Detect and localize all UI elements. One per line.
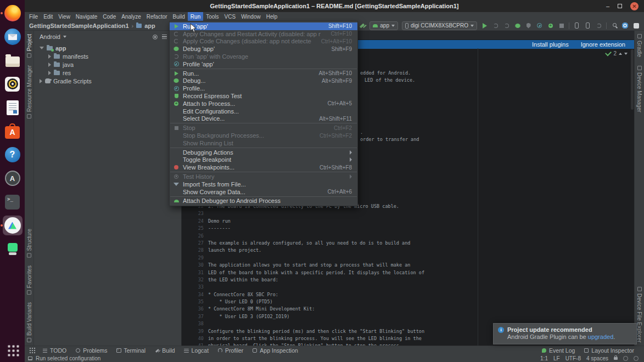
tool-strip-resource-manager[interactable]: Resource Manager	[26, 65, 32, 118]
menu-item-import-tests-from-file[interactable]: Import Tests from File...	[170, 180, 357, 188]
menu-run[interactable]: Run	[188, 12, 203, 21]
tool-window-button-profiler[interactable]: Profiler	[213, 346, 248, 355]
dock-item-files[interactable]	[3, 50, 23, 70]
line-separator[interactable]: LF	[553, 355, 560, 361]
gradle-sync-notification-icon[interactable]	[621, 22, 629, 29]
menu-item-run-app[interactable]: Run 'app'Shift+F10	[170, 22, 357, 30]
dock-item-android-studio[interactable]	[3, 216, 23, 235]
dock-item-show-applications[interactable]	[3, 340, 23, 360]
tree-item-java[interactable]: java	[34, 60, 181, 69]
target-device-dropdown[interactable]: digi CCIMX8XSBCPRO	[402, 21, 477, 30]
chevron-right-icon[interactable]	[48, 63, 51, 67]
menu-item-select-device[interactable]: Select Device...Alt+Shift+F11	[170, 115, 357, 123]
menu-item-test-history[interactable]: Test History	[170, 173, 357, 180]
chevron-right-icon[interactable]	[48, 54, 51, 59]
select-opened-file-icon[interactable]	[152, 33, 158, 40]
dock-item-a-logo[interactable]	[3, 168, 23, 188]
stop-icon[interactable]	[558, 22, 565, 29]
menu-item-toggle-breakpoint[interactable]: Toggle Breakpoint	[170, 156, 357, 164]
menu-file[interactable]: File	[26, 12, 41, 21]
run-config-dropdown[interactable]: app	[369, 21, 398, 30]
tool-strip-project[interactable]: Project	[26, 34, 32, 58]
tool-window-button-app-inspection[interactable]: App Inspection	[248, 346, 302, 355]
menu-item-run[interactable]: Run...Alt+Shift+F10	[170, 70, 357, 77]
menu-build[interactable]: Build	[170, 12, 188, 21]
dock-item-android-emulator[interactable]	[3, 239, 23, 259]
tree-item-gradle-scripts[interactable]: Gradle Scripts	[34, 77, 181, 85]
tool-strip-gradle[interactable]: Gradle	[636, 34, 642, 57]
debug-icon[interactable]	[514, 22, 521, 29]
search-everywhere-icon[interactable]	[611, 22, 618, 29]
menu-item-attach-debugger-to-android-process[interactable]: Attach Debugger to Android Process	[170, 197, 357, 205]
breadcrumb-module[interactable]: app	[144, 22, 155, 29]
minimize-button[interactable]: –	[606, 3, 609, 9]
caret-position[interactable]: 1:1	[540, 355, 548, 361]
menu-item-apply-changes-and-restart-activity-disabled-app-not-detected[interactable]: Apply Changes and Restart Activity (disa…	[170, 30, 357, 38]
collapse-all-icon[interactable]	[161, 33, 167, 40]
feedback-smiley-icon[interactable]	[623, 356, 628, 361]
tool-strip-build-variants[interactable]: Build Variants	[26, 302, 32, 342]
close-button[interactable]: ✕	[630, 2, 639, 10]
file-encoding[interactable]: UTF-8	[565, 355, 581, 361]
dock-item-ubuntu-software[interactable]	[3, 121, 23, 141]
dock-item-thunderbird[interactable]	[3, 27, 23, 47]
dock-item-terminal[interactable]	[3, 192, 23, 212]
dock-item-media-player[interactable]	[3, 74, 23, 94]
tool-window-switcher-icon[interactable]	[29, 347, 36, 354]
menu-item-debugging-actions[interactable]: Debugging Actions	[170, 149, 357, 156]
menu-item-show-coverage-data[interactable]: Show Coverage Data...Ctrl+Alt+6	[170, 188, 357, 196]
feedback-smiley-icon[interactable]	[634, 356, 639, 361]
tool-window-button-todo[interactable]: TODO	[38, 346, 71, 355]
tree-item-res[interactable]: res	[34, 69, 181, 77]
editor-scrollbar[interactable]	[631, 49, 634, 110]
maximize-button[interactable]	[618, 4, 622, 8]
apply-code-changes-icon[interactable]	[503, 22, 510, 29]
tool-window-button-build[interactable]: Build	[150, 346, 179, 355]
inspection-widget[interactable]: 2	[606, 50, 628, 56]
upgrade-link[interactable]: upgraded	[588, 333, 614, 340]
menu-item-attach-to-process[interactable]: Attach to Process...Ctrl+Alt+5	[170, 100, 357, 108]
dock-item-libreoffice-writer[interactable]	[3, 98, 23, 117]
menu-edit[interactable]: Edit	[41, 12, 55, 21]
install-plugins-link[interactable]: Install plugins	[532, 41, 569, 48]
menu-item-profile[interactable]: Profile...	[170, 84, 357, 92]
apply-changes-icon[interactable]	[492, 22, 499, 29]
profile-icon[interactable]	[536, 22, 543, 29]
dock-item-help[interactable]	[3, 145, 23, 165]
tree-item-app[interactable]: app	[34, 44, 181, 52]
tool-window-button-event-log[interactable]: Event Log	[537, 347, 579, 354]
build-hammer-icon[interactable]	[359, 22, 366, 29]
menu-help[interactable]: Help	[264, 12, 281, 21]
readonly-lock-icon[interactable]	[614, 357, 618, 360]
menu-navigate[interactable]: Navigate	[73, 12, 100, 21]
tool-strip-device-manager[interactable]: Device Manager	[636, 66, 642, 112]
prev-issue-icon[interactable]	[619, 53, 622, 55]
dock-item-firefox[interactable]	[3, 3, 23, 23]
attach-debugger-icon[interactable]	[547, 22, 554, 29]
breadcrumb-project[interactable]: GettingStartedSampleApplication1	[29, 22, 129, 29]
menu-item-apply-code-changes-disabled-app-not-detected[interactable]: Apply Code Changes (disabled: app not de…	[170, 38, 357, 46]
menu-code[interactable]: Code	[100, 12, 119, 21]
menu-item-profile-app[interactable]: Profile 'app'	[170, 60, 357, 68]
menu-item-stop-background-processes[interactable]: Stop Background Processes...Ctrl+Shift+F…	[170, 132, 357, 139]
next-issue-icon[interactable]	[624, 53, 628, 55]
tree-item-manifests[interactable]: manifests	[34, 52, 181, 60]
menu-refactor[interactable]: Refactor	[144, 12, 170, 21]
project-view-selector[interactable]: Android	[40, 33, 60, 40]
chevron-right-icon[interactable]	[40, 79, 42, 83]
tool-window-button-logcat[interactable]: Logcat	[180, 346, 214, 355]
virtual-device-manager-icon[interactable]	[584, 22, 591, 29]
device-manager-icon[interactable]	[573, 22, 580, 29]
menu-window[interactable]: Window	[238, 12, 264, 21]
menu-item-show-running-list[interactable]: Show Running List	[170, 139, 357, 147]
menu-item-edit-configurations[interactable]: Edit Configurations...	[170, 108, 357, 115]
tool-strip-favorites[interactable]: Favorites	[26, 265, 32, 295]
menu-item-debug[interactable]: Debug...Alt+Shift+F9	[170, 77, 357, 85]
coverage-icon[interactable]	[525, 22, 532, 29]
menu-vcs[interactable]: VCS	[222, 12, 239, 21]
run-icon[interactable]	[481, 22, 488, 29]
menu-item-run-app-with-coverage[interactable]: Run 'app' with Coverage	[170, 53, 357, 60]
menu-view[interactable]: View	[55, 12, 73, 21]
indent-setting[interactable]: 4 spaces	[586, 355, 608, 361]
tool-window-button-problems[interactable]: Problems	[71, 346, 111, 355]
